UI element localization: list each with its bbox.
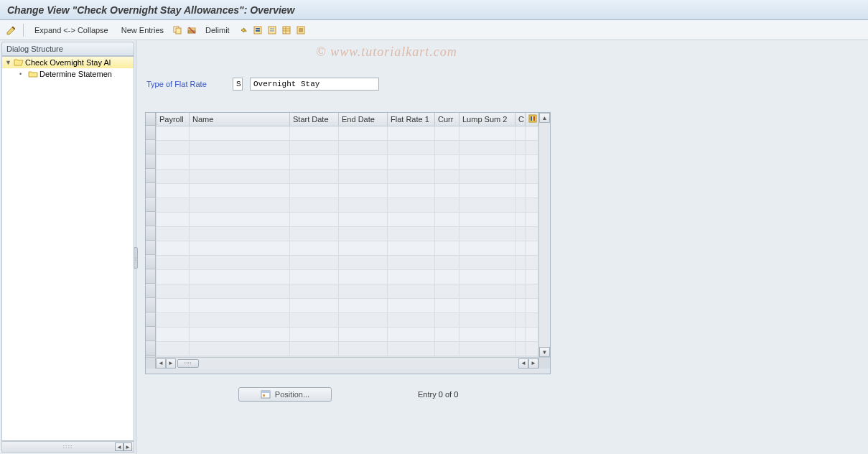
table-cell[interactable] bbox=[515, 213, 526, 227]
table-cell[interactable] bbox=[157, 284, 190, 299]
table-cell[interactable] bbox=[388, 198, 435, 213]
table-cell[interactable] bbox=[388, 328, 435, 342]
table-cell[interactable] bbox=[435, 141, 459, 155]
table-cell[interactable] bbox=[435, 299, 459, 313]
table-row[interactable] bbox=[157, 241, 538, 256]
table-row[interactable] bbox=[157, 284, 538, 299]
table-row[interactable] bbox=[157, 328, 538, 342]
table-cell[interactable] bbox=[157, 328, 190, 342]
table-cell[interactable] bbox=[388, 241, 435, 256]
table-cell[interactable] bbox=[290, 227, 339, 241]
table-cell[interactable] bbox=[515, 198, 526, 213]
table-cell[interactable] bbox=[157, 270, 190, 284]
table-cell[interactable] bbox=[157, 213, 190, 227]
table-cell[interactable] bbox=[339, 270, 388, 284]
table-cell[interactable] bbox=[526, 270, 538, 284]
table-cell[interactable] bbox=[290, 328, 339, 342]
table-cell[interactable] bbox=[526, 198, 538, 213]
table-cell[interactable] bbox=[459, 141, 515, 155]
table-cell[interactable] bbox=[435, 270, 459, 284]
table-cell[interactable] bbox=[435, 126, 459, 141]
deselect-icon[interactable] bbox=[266, 24, 278, 36]
row-selector[interactable] bbox=[146, 212, 155, 226]
table-cell[interactable] bbox=[290, 198, 339, 213]
table-cell[interactable] bbox=[459, 328, 515, 342]
table-cell[interactable] bbox=[388, 256, 435, 270]
table-cell[interactable] bbox=[526, 170, 538, 184]
table-cell[interactable] bbox=[435, 241, 459, 256]
column-header[interactable]: End Date bbox=[339, 113, 388, 126]
scroll-right-end-icon[interactable]: ► bbox=[528, 358, 538, 369]
row-selector[interactable] bbox=[146, 226, 155, 241]
table-cell[interactable] bbox=[339, 213, 388, 227]
pencil-icon[interactable] bbox=[6, 24, 17, 36]
table-cell[interactable] bbox=[190, 284, 290, 299]
table-cell[interactable] bbox=[157, 299, 190, 313]
table-cell[interactable] bbox=[190, 256, 290, 270]
table-cell[interactable] bbox=[459, 313, 515, 328]
table-cell[interactable] bbox=[190, 198, 290, 213]
table-row[interactable] bbox=[157, 313, 538, 328]
table-cell[interactable] bbox=[515, 170, 526, 184]
table-cell[interactable] bbox=[157, 256, 190, 270]
row-selector-header[interactable] bbox=[146, 113, 155, 126]
row-selector[interactable] bbox=[146, 255, 155, 269]
column-header[interactable]: Payroll bbox=[157, 113, 190, 126]
table-cell[interactable] bbox=[388, 126, 435, 141]
table-cell[interactable] bbox=[459, 227, 515, 241]
table-cell[interactable] bbox=[290, 299, 339, 313]
column-header[interactable]: C bbox=[515, 113, 526, 126]
table-cell[interactable] bbox=[526, 241, 538, 256]
scroll-step-right-icon[interactable]: ► bbox=[166, 358, 176, 369]
vscroll-track[interactable] bbox=[539, 123, 550, 347]
table-cell[interactable] bbox=[190, 299, 290, 313]
delimit-button[interactable]: Delimit bbox=[200, 24, 235, 37]
table-cell[interactable] bbox=[339, 313, 388, 328]
table-config-icon[interactable] bbox=[526, 113, 538, 126]
table-cell[interactable] bbox=[459, 155, 515, 170]
table-cell[interactable] bbox=[339, 141, 388, 155]
table-cell[interactable] bbox=[526, 313, 538, 328]
new-entries-button[interactable]: New Entries bbox=[116, 24, 169, 37]
row-selector[interactable] bbox=[146, 312, 155, 327]
print-icon[interactable] bbox=[295, 24, 307, 36]
table-cell[interactable] bbox=[290, 342, 339, 356]
table-cell[interactable] bbox=[157, 227, 190, 241]
type-code-field[interactable]: S bbox=[233, 78, 243, 91]
table-cell[interactable] bbox=[388, 155, 435, 170]
table-cell[interactable] bbox=[526, 184, 538, 198]
table-cell[interactable] bbox=[435, 284, 459, 299]
table-cell[interactable] bbox=[388, 213, 435, 227]
vertical-scrollbar[interactable]: ▲ ▼ bbox=[538, 113, 550, 357]
column-header[interactable]: Lump Sum 2 bbox=[459, 113, 515, 126]
row-selector[interactable] bbox=[146, 126, 155, 140]
table-cell[interactable] bbox=[190, 170, 290, 184]
table-row[interactable] bbox=[157, 198, 538, 213]
select-all-icon[interactable] bbox=[252, 24, 263, 36]
hscroll-track[interactable]: ◄ ► ∷∷ ◄ ► bbox=[156, 358, 538, 369]
table-cell[interactable] bbox=[339, 155, 388, 170]
table-cell[interactable] bbox=[290, 284, 339, 299]
table-cell[interactable] bbox=[339, 126, 388, 141]
table-cell[interactable] bbox=[526, 328, 538, 342]
table-cell[interactable] bbox=[526, 155, 538, 170]
table-cell[interactable] bbox=[515, 328, 526, 342]
table-cell[interactable] bbox=[388, 299, 435, 313]
table-cell[interactable] bbox=[459, 342, 515, 356]
scroll-right-icon[interactable]: ► bbox=[123, 443, 132, 451]
table-cell[interactable] bbox=[526, 284, 538, 299]
table-cell[interactable] bbox=[339, 241, 388, 256]
table-cell[interactable] bbox=[435, 328, 459, 342]
table-cell[interactable] bbox=[515, 141, 526, 155]
table-cell[interactable] bbox=[290, 170, 339, 184]
table-cell[interactable] bbox=[435, 313, 459, 328]
table-cell[interactable] bbox=[290, 155, 339, 170]
table-cell[interactable] bbox=[157, 342, 190, 356]
table-cell[interactable] bbox=[459, 284, 515, 299]
table-cell[interactable] bbox=[526, 213, 538, 227]
row-selector[interactable] bbox=[146, 241, 155, 255]
tree-item-determine-statement[interactable]: • Determine Statemen bbox=[2, 68, 134, 80]
table-cell[interactable] bbox=[388, 270, 435, 284]
table-cell[interactable] bbox=[435, 227, 459, 241]
scroll-up-icon[interactable]: ▲ bbox=[539, 113, 550, 123]
